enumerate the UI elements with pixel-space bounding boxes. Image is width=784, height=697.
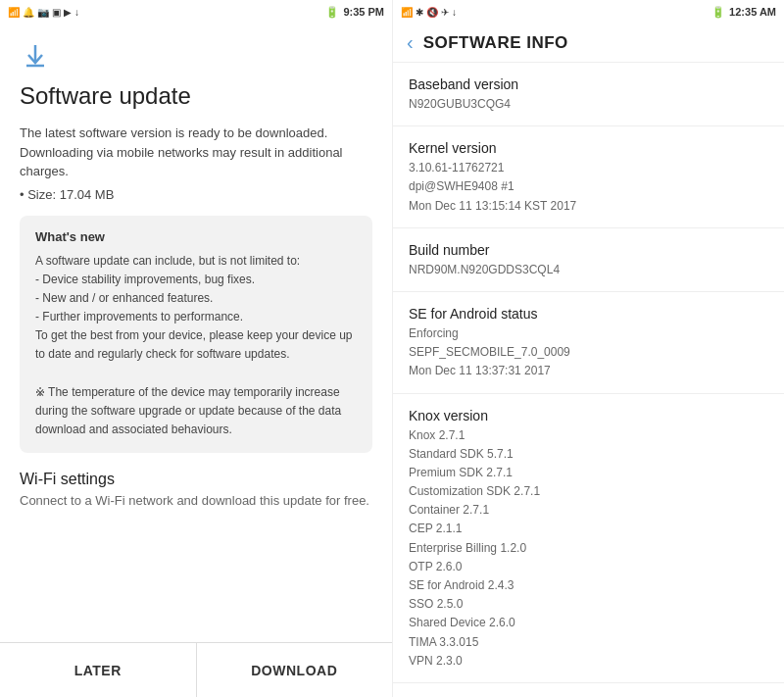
size-text: • Size: 17.04 MB	[20, 187, 114, 202]
right-mute-icon: 🔇	[426, 7, 438, 18]
right-bt-icon: ✱	[416, 7, 423, 18]
bottom-buttons: LATER DOWNLOAD	[0, 642, 392, 697]
info-section-1: Kernel version3.10.61-11762721 dpi@SWHE9…	[393, 126, 784, 228]
left-dl-icon: ↓	[74, 7, 79, 18]
right-panel: 📶 ✱ 🔇 ✈ ↓ 🔋 12:35 AM ‹ SOFTWARE INFO Bas…	[392, 0, 784, 697]
info-section-3: SE for Android statusEnforcing SEPF_SECM…	[393, 292, 784, 394]
back-button[interactable]: ‹	[407, 31, 414, 54]
left-play-icon: ▶	[64, 7, 72, 18]
right-status-icons: 📶 ✱ 🔇 ✈ ↓	[401, 7, 457, 18]
left-screen-icon: ▣	[52, 7, 61, 18]
description-text: The latest software version is ready to …	[20, 124, 372, 181]
right-signal-icon: 📶	[401, 7, 413, 18]
info-value-0: N920GUBU3CQG4	[409, 95, 768, 114]
download-icon	[20, 39, 51, 71]
wifi-title: Wi-Fi settings	[20, 471, 372, 488]
status-bar-left: 📶 🔔 📷 ▣ ▶ ↓ 🔋 9:35 PM	[0, 0, 392, 24]
info-section-2: Build numberNRD90M.N920GDDS3CQL4	[393, 228, 784, 292]
left-content: Software update The latest software vers…	[0, 24, 392, 642]
info-section-0: Baseband versionN920GUBU3CQG4	[393, 63, 784, 126]
info-value-4: Knox 2.7.1 Standard SDK 5.7.1 Premium SD…	[409, 426, 768, 671]
info-label-1: Kernel version	[409, 140, 768, 156]
whats-new-box: What's new A software update can include…	[20, 216, 372, 454]
right-dl2-icon: ↓	[452, 7, 457, 18]
right-battery-icon: 🔋	[711, 6, 725, 19]
info-value-2: NRD90M.N920GDDS3CQL4	[409, 261, 768, 279]
right-time: 12:35 AM	[729, 6, 776, 18]
right-status-right: 🔋 12:35 AM	[711, 6, 776, 19]
wifi-section: Wi-Fi settings Connect to a Wi-Fi networ…	[20, 471, 372, 510]
left-status-right: 🔋 9:35 PM	[325, 6, 384, 19]
right-wifi2-icon: ✈	[441, 7, 449, 18]
later-button[interactable]: LATER	[0, 643, 197, 697]
whats-new-title: What's new	[35, 229, 357, 244]
info-value-3: Enforcing SEPF_SECMOBILE_7.0_0009 Mon De…	[409, 324, 768, 381]
left-battery-icon: 🔋	[325, 6, 339, 19]
left-notif-icon: 🔔	[23, 7, 34, 18]
info-label-4: Knox version	[409, 408, 768, 423]
size-info: • Size: 17.04 MB	[20, 187, 372, 216]
left-cam-icon: 📷	[37, 7, 49, 18]
right-content: Baseband versionN920GUBU3CQG4Kernel vers…	[393, 63, 784, 697]
wifi-description: Connect to a Wi-Fi network and download …	[20, 492, 372, 510]
right-header: ‹ SOFTWARE INFO	[393, 24, 784, 63]
left-status-icons: 📶 🔔 📷 ▣ ▶ ↓	[8, 7, 79, 18]
download-icon-wrap	[20, 39, 372, 71]
status-bar-right: 📶 ✱ 🔇 ✈ ↓ 🔋 12:35 AM	[393, 0, 784, 24]
info-label-2: Build number	[409, 242, 768, 258]
page-title: Software update	[20, 82, 372, 110]
info-section-4: Knox versionKnox 2.7.1 Standard SDK 5.7.…	[393, 394, 784, 683]
left-panel: 📶 🔔 📷 ▣ ▶ ↓ 🔋 9:35 PM Software update Th…	[0, 0, 392, 697]
left-time: 9:35 PM	[343, 6, 384, 18]
download-button[interactable]: DOWNLOAD	[197, 643, 393, 697]
info-value-1: 3.10.61-11762721 dpi@SWHE9408 #1 Mon Dec…	[409, 159, 768, 216]
whats-new-content: A software update can include, but is no…	[35, 252, 357, 440]
info-label-3: SE for Android status	[409, 306, 768, 322]
software-info-title: SOFTWARE INFO	[423, 33, 568, 53]
info-section-5: Security software versionASKS v1.4 Relea…	[393, 683, 784, 697]
left-signal-icon: 📶	[8, 7, 20, 18]
info-label-0: Baseband version	[409, 76, 768, 92]
